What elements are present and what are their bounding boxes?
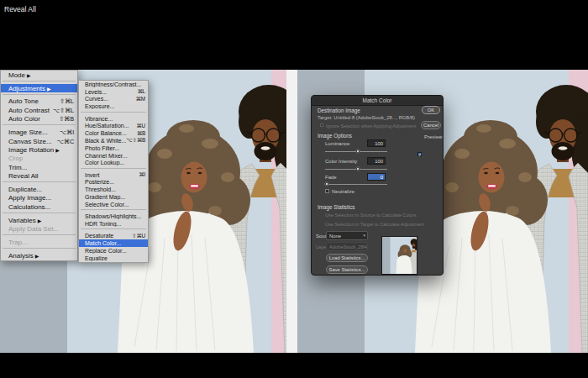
menu-item[interactable]: Desaturate ⇧⌘U xyxy=(79,232,148,239)
menu-item[interactable]: Channel Mixer... xyxy=(79,152,148,160)
submenu-arrow-icon: ▶ xyxy=(27,72,31,78)
slider-thumb[interactable] xyxy=(324,181,329,186)
preview-label: Preview xyxy=(424,134,442,139)
menu-item-label: Exposure... xyxy=(85,103,114,109)
menu-item-shortcut: ⌘I xyxy=(139,171,145,178)
menu-item[interactable]: Selective Color... xyxy=(79,201,148,208)
menu-item-label: Levels... xyxy=(85,89,107,95)
menu-item[interactable]: Match Color... xyxy=(79,239,148,247)
menu-item-label: Auto Color xyxy=(8,115,40,123)
menu-item-label: Posterize... xyxy=(85,179,114,185)
layer-dropdown: AdobeStock_284003... xyxy=(326,242,368,251)
menu-item[interactable]: Shadows/Highlights... xyxy=(79,213,148,220)
menu-item[interactable]: Duplicate... xyxy=(1,185,77,193)
menu-item-shortcut: ⌘M xyxy=(136,96,145,102)
preview-checkbox[interactable] xyxy=(417,152,422,156)
match-color-dialog: Match Color Destination Image Target: Un… xyxy=(311,95,444,276)
ok-button[interactable]: OK xyxy=(422,106,440,114)
menu-item[interactable]: Photo Filter... xyxy=(79,144,148,152)
menu-item[interactable]: Posterize... xyxy=(79,179,148,186)
menu-item-label: Color Balance... xyxy=(85,130,127,136)
menu-item[interactable]: Color Lookup... xyxy=(79,159,148,166)
save-statistics-button[interactable]: Save Statistics... xyxy=(326,265,368,274)
menu-item[interactable]: Invert ⌘I xyxy=(79,171,148,179)
menu-item[interactable]: Replace Color... xyxy=(79,247,148,255)
menu-item[interactable]: Trim... xyxy=(1,163,77,171)
target-line: Target: Untitled-8 (AdobeStock_28..., RG… xyxy=(318,115,415,120)
slider-thumb[interactable] xyxy=(355,166,360,171)
chevron-down-icon: ▾ xyxy=(363,233,365,238)
use-source-option: Use Selection in Source to Calculate Col… xyxy=(325,213,417,218)
menu-item[interactable]: Levels... ⌘L xyxy=(79,88,148,96)
menu-item-label: Brightness/Contrast... xyxy=(85,81,141,87)
fade-slider[interactable] xyxy=(325,184,387,185)
menu-item[interactable]: Variables ▶ xyxy=(1,216,77,224)
menu-item-label: Curves... xyxy=(85,96,108,102)
menu-item-label: Selective Color... xyxy=(85,202,129,207)
menu-item-shortcut: ⇧⌘L xyxy=(60,97,74,105)
menu-item-label: Replace Color... xyxy=(85,248,127,254)
menu-item[interactable]: Mode ▶ xyxy=(1,71,77,79)
menu-item-label: Color Lookup... xyxy=(85,160,124,165)
menu-item[interactable]: Hue/Saturation... ⌘U xyxy=(79,122,148,129)
load-statistics-button[interactable]: Load Statistics... xyxy=(326,254,368,262)
menu-item-label: Analysis xyxy=(8,252,34,260)
ignore-selection-checkbox[interactable] xyxy=(320,123,323,127)
menu-item[interactable]: Curves... ⌘M xyxy=(79,96,148,103)
menu-item[interactable]: Image Size... ⌥⌘I xyxy=(1,128,77,136)
menu-item[interactable]: Trap... xyxy=(1,238,77,246)
menu-item-label: Photo Filter... xyxy=(85,145,119,151)
corner-label: Reveal All xyxy=(4,5,36,13)
slider-thumb[interactable] xyxy=(355,149,360,154)
menu-item-label: Shadows/Highlights... xyxy=(85,213,141,219)
menu-item[interactable]: Auto Tone ⇧⌘L xyxy=(1,97,77,106)
menu-item[interactable]: Auto Contrast ⌥⇧⌘L xyxy=(1,106,77,114)
menu-item[interactable]: Analysis ▶ xyxy=(1,251,77,260)
luminance-label: Luminance xyxy=(325,141,349,146)
menu-item[interactable]: Apply Data Set... xyxy=(1,224,77,233)
dialog-title[interactable]: Match Color xyxy=(312,96,443,106)
color-intensity-label: Color Intensity xyxy=(325,159,357,164)
menu-item[interactable]: Adjustments ▶ xyxy=(1,84,77,92)
menu-item-shortcut: ⌘U xyxy=(136,123,145,129)
color-intensity-value[interactable]: 100 xyxy=(367,157,386,165)
menu-item-label: Duplicate... xyxy=(8,186,42,193)
menu-item-label: Auto Tone xyxy=(8,97,39,105)
menu-item-label: Crop xyxy=(8,155,23,162)
menu-item[interactable]: HDR Toning... xyxy=(79,220,148,228)
menu-item[interactable]: Auto Color ⇧⌘B xyxy=(1,115,77,123)
menu-item-shortcut: ⇧⌘B xyxy=(59,115,74,123)
menu-item-label: Image Rotation xyxy=(8,146,54,154)
menu-item-label: Black & White... xyxy=(85,138,126,144)
menu-item[interactable]: Threshold... xyxy=(79,186,148,193)
menu-item-shortcut: ⌥⇧⌘L xyxy=(53,107,74,114)
luminance-slider[interactable] xyxy=(325,151,387,152)
menu-item[interactable]: Gradient Map... xyxy=(79,193,148,201)
luminance-value[interactable]: 100 xyxy=(367,139,386,147)
neutralize-checkbox[interactable] xyxy=(325,189,329,193)
menu-item[interactable]: Calculations... xyxy=(1,202,77,211)
thumbnail-photo xyxy=(382,237,417,274)
neutralize-label: Neutralize xyxy=(332,189,354,194)
cancel-button[interactable]: Cancel xyxy=(421,121,441,129)
menu-item-label: Reveal All xyxy=(8,172,39,180)
ignore-selection-label: Ignore Selection when Applying Adjustmen… xyxy=(326,123,416,129)
color-intensity-slider[interactable] xyxy=(325,169,387,170)
menu-item[interactable]: Canvas Size... ⌥⌘C xyxy=(1,137,77,145)
menu-item-label: Adjustments xyxy=(8,85,45,92)
submenu-arrow-icon: ▶ xyxy=(55,147,60,153)
menu-item[interactable]: Apply Image... xyxy=(1,194,77,202)
menu-item[interactable]: Reveal All xyxy=(1,171,77,180)
menu-item-label: Variables xyxy=(8,217,36,224)
menu-item[interactable]: Brightness/Contrast... xyxy=(79,81,148,88)
menu-item[interactable]: Exposure... xyxy=(79,102,148,110)
image-options-heading: Image Options xyxy=(318,133,352,139)
menu-item[interactable]: Black & White... ⌥⇧⌘B xyxy=(79,137,148,144)
menu-item[interactable]: Color Balance... ⌘B xyxy=(79,129,148,137)
menu-item[interactable]: Vibrance... xyxy=(79,115,148,123)
menu-item[interactable]: Crop xyxy=(1,155,77,163)
menu-item[interactable]: Image Rotation ▶ xyxy=(1,145,77,154)
menu-item[interactable]: Equalize xyxy=(79,255,148,262)
source-dropdown[interactable]: None ▾ xyxy=(326,231,368,240)
fade-value[interactable]: 0 xyxy=(367,173,386,181)
